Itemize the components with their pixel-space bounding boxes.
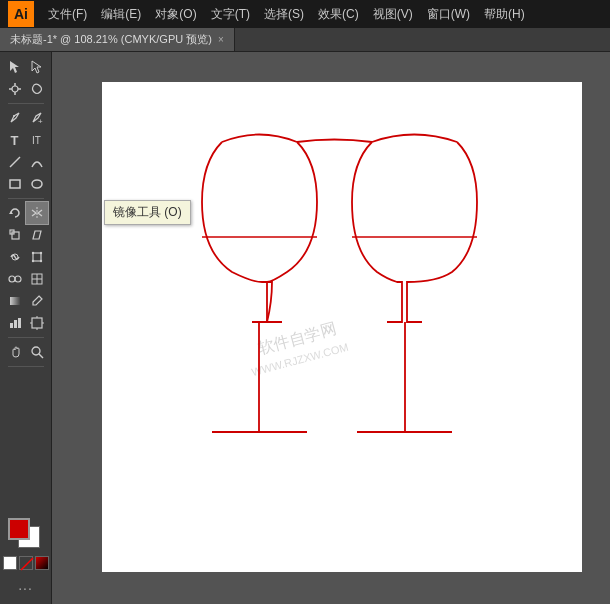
menu-type[interactable]: 文字(T) bbox=[205, 4, 256, 25]
color-swatches bbox=[0, 512, 53, 574]
svg-point-4 bbox=[12, 86, 18, 92]
touch-type-tool[interactable]: IT bbox=[26, 129, 48, 151]
menu-edit[interactable]: 编辑(E) bbox=[95, 4, 147, 25]
menu-file[interactable]: 文件(F) bbox=[42, 4, 93, 25]
reflect-tool[interactable] bbox=[26, 202, 48, 224]
gradient-swatch[interactable] bbox=[35, 556, 49, 570]
type-tool[interactable]: T bbox=[4, 129, 26, 151]
rotate-tool[interactable] bbox=[4, 202, 26, 224]
selection-tool[interactable] bbox=[4, 56, 26, 78]
svg-point-19 bbox=[39, 260, 41, 262]
svg-text:+: + bbox=[38, 117, 43, 125]
svg-point-18 bbox=[31, 260, 33, 262]
eyedropper-tool[interactable] bbox=[26, 290, 48, 312]
menu-view[interactable]: 视图(V) bbox=[367, 4, 419, 25]
menu-object[interactable]: 对象(O) bbox=[149, 4, 202, 25]
tooltip-text: 镜像工具 (O) bbox=[113, 205, 182, 219]
swap-colors-button[interactable] bbox=[19, 556, 33, 570]
svg-rect-28 bbox=[18, 318, 21, 328]
touch-type-icon: IT bbox=[32, 135, 41, 146]
warp-group bbox=[4, 246, 48, 268]
toolbar-divider-3 bbox=[8, 337, 44, 338]
artboard: 软件自学网 WWW.RJZXW.COM bbox=[102, 82, 582, 572]
warp-tool[interactable] bbox=[4, 246, 26, 268]
arc-tool[interactable] bbox=[26, 151, 48, 173]
lasso-tool[interactable] bbox=[26, 78, 48, 100]
svg-point-9 bbox=[32, 180, 42, 188]
type-icon: T bbox=[11, 133, 19, 148]
svg-line-36 bbox=[21, 558, 33, 570]
blend-mesh-group bbox=[4, 268, 48, 290]
graph-artboard-group bbox=[4, 312, 48, 334]
tab-label: 未标题-1* @ 108.21% (CMYK/GPU 预览) bbox=[10, 32, 212, 47]
svg-point-21 bbox=[15, 276, 21, 282]
pen-tool[interactable] bbox=[4, 107, 26, 129]
toolbar-divider-4 bbox=[8, 366, 44, 367]
tab-bar: 未标题-1* @ 108.21% (CMYK/GPU 预览) × bbox=[0, 28, 610, 52]
rectangle-tool[interactable] bbox=[4, 173, 26, 195]
svg-rect-15 bbox=[33, 253, 41, 261]
svg-line-35 bbox=[39, 354, 43, 358]
scale-tool[interactable] bbox=[4, 224, 26, 246]
pen-group: + bbox=[4, 107, 48, 129]
magic-lasso-group bbox=[4, 78, 48, 100]
line-group bbox=[4, 151, 48, 173]
svg-point-34 bbox=[32, 347, 40, 355]
blend-tool[interactable] bbox=[4, 268, 26, 290]
app-logo: Ai bbox=[8, 1, 34, 27]
svg-point-17 bbox=[39, 252, 41, 254]
menu-bar: 文件(F) 编辑(E) 对象(O) 文字(T) 选择(S) 效果(C) 视图(V… bbox=[42, 4, 531, 25]
svg-marker-10 bbox=[9, 211, 13, 214]
svg-rect-27 bbox=[14, 320, 17, 328]
reflect-tool-tooltip: 镜像工具 (O) bbox=[104, 200, 191, 225]
svg-rect-25 bbox=[10, 297, 20, 305]
add-anchor-tool[interactable]: + bbox=[26, 107, 48, 129]
gradient-tool[interactable] bbox=[4, 290, 26, 312]
gradient-group bbox=[4, 290, 48, 312]
toolbar-divider-1 bbox=[8, 103, 44, 104]
svg-rect-8 bbox=[10, 180, 20, 188]
graph-tool[interactable] bbox=[4, 312, 26, 334]
menu-help[interactable]: 帮助(H) bbox=[478, 4, 531, 25]
toolbar-divider-2 bbox=[8, 198, 44, 199]
default-colors-button[interactable] bbox=[3, 556, 17, 570]
svg-rect-29 bbox=[32, 318, 42, 328]
canvas-area[interactable]: 镜像工具 (O) 软件自学网 bbox=[52, 52, 610, 604]
artwork-svg: 软件自学网 WWW.RJZXW.COM bbox=[102, 82, 582, 572]
ellipse-tool[interactable] bbox=[26, 173, 48, 195]
shear-tool[interactable] bbox=[26, 224, 48, 246]
hand-tool[interactable] bbox=[4, 341, 26, 363]
fill-swatch[interactable] bbox=[8, 518, 30, 540]
svg-line-7 bbox=[10, 157, 20, 167]
artboard-tool[interactable] bbox=[26, 312, 48, 334]
shape-group bbox=[4, 173, 48, 195]
fill-stroke-swatches[interactable] bbox=[4, 516, 48, 554]
svg-point-20 bbox=[9, 276, 15, 282]
svg-rect-12 bbox=[12, 232, 19, 239]
menu-select[interactable]: 选择(S) bbox=[258, 4, 310, 25]
main-layout: + T IT bbox=[0, 52, 610, 604]
svg-rect-26 bbox=[10, 323, 13, 328]
line-segment-tool[interactable] bbox=[4, 151, 26, 173]
active-tab[interactable]: 未标题-1* @ 108.21% (CMYK/GPU 预览) × bbox=[0, 28, 235, 51]
left-toolbar: + T IT bbox=[0, 52, 52, 604]
more-tools-button[interactable]: ··· bbox=[18, 580, 33, 596]
menu-effect[interactable]: 效果(C) bbox=[312, 4, 365, 25]
mesh-tool[interactable] bbox=[26, 268, 48, 290]
selection-tool-group bbox=[4, 56, 48, 78]
free-transform-tool[interactable] bbox=[26, 246, 48, 268]
rotate-reflect-group bbox=[4, 202, 48, 224]
svg-point-5 bbox=[13, 115, 15, 117]
color-mode-swatches bbox=[3, 556, 49, 570]
tab-close-button[interactable]: × bbox=[218, 34, 224, 45]
type-group: T IT bbox=[4, 129, 48, 151]
menu-window[interactable]: 窗口(W) bbox=[421, 4, 476, 25]
hand-zoom-group bbox=[4, 341, 48, 363]
svg-point-16 bbox=[31, 252, 33, 254]
title-bar: Ai 文件(F) 编辑(E) 对象(O) 文字(T) 选择(S) 效果(C) 视… bbox=[0, 0, 610, 28]
magic-wand-tool[interactable] bbox=[4, 78, 26, 100]
zoom-tool[interactable] bbox=[26, 341, 48, 363]
scale-shear-group bbox=[4, 224, 48, 246]
direct-selection-tool[interactable] bbox=[26, 56, 48, 78]
